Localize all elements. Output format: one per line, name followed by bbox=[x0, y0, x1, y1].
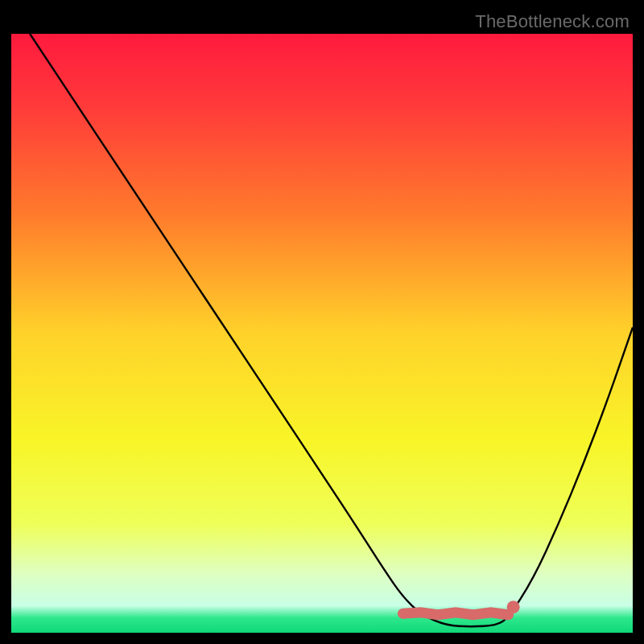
endpoint-marker bbox=[507, 601, 520, 613]
chart-plot bbox=[11, 34, 633, 633]
chart-background bbox=[11, 34, 633, 633]
chart-svg bbox=[11, 34, 633, 633]
watermark-text: TheBottleneck.com bbox=[475, 11, 630, 32]
chart-frame: TheBottleneck.com bbox=[11, 11, 633, 633]
optimal-range-line bbox=[402, 613, 508, 615]
